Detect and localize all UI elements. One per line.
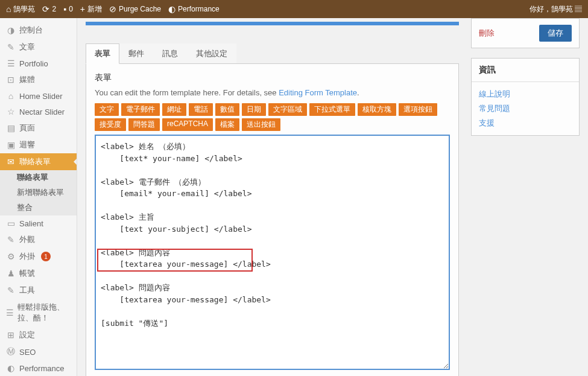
- tab[interactable]: 郵件: [119, 43, 153, 63]
- tag-button[interactable]: 電子郵件: [121, 103, 160, 116]
- sidebar-item-label: 帳號: [19, 268, 35, 279]
- new-link[interactable]: +新增: [80, 4, 102, 14]
- update-badge: 1: [41, 252, 51, 261]
- sidebar-item[interactable]: ◐Performance: [0, 360, 77, 376]
- menu-icon: ✎: [6, 235, 16, 244]
- sidebar-item-label: 聯絡表單: [19, 156, 51, 167]
- sidebar-item-label: 輕鬆排版拖、拉、酷！: [17, 302, 71, 323]
- sidebar-item[interactable]: ✎外觀: [0, 231, 77, 248]
- delete-link[interactable]: 刪除: [479, 28, 495, 39]
- comments-link[interactable]: ▪0: [63, 4, 73, 14]
- menu-icon: ◐: [6, 363, 16, 373]
- sidebar-item[interactable]: ✎文章: [0, 39, 77, 56]
- plus-icon: +: [80, 4, 85, 14]
- sidebar-sub-item[interactable]: 整合: [0, 200, 77, 215]
- menu-icon: ⚙: [6, 252, 16, 261]
- sidebar-item[interactable]: ⌂Home Slider: [0, 88, 77, 104]
- tag-button[interactable]: 問答題: [128, 118, 160, 131]
- sidebar-item[interactable]: ✎工具: [0, 282, 77, 299]
- sidebar-item-label: 控制台: [19, 25, 43, 36]
- menu-icon: ▣: [6, 140, 16, 150]
- home-icon: ⌂: [6, 4, 11, 14]
- info-link[interactable]: 支援: [479, 116, 572, 130]
- sidebar-item[interactable]: ☰輕鬆排版拖、拉、酷！: [0, 299, 77, 327]
- sidebar-item[interactable]: ⊞設定: [0, 327, 77, 343]
- tag-button[interactable]: 接受度: [95, 118, 126, 131]
- menu-icon: ☆: [6, 107, 16, 116]
- greeting-link[interactable]: 你好，鵠學苑 ▤: [530, 4, 582, 14]
- menu-icon: ✉: [6, 157, 16, 167]
- menu-icon: ▭: [6, 218, 16, 228]
- tag-button[interactable]: 數值: [215, 103, 239, 116]
- admin-toolbar: ⌂鵠學苑 ⟳2 ▪0 +新增 ⊘Purge Cache ◐Performance…: [0, 0, 588, 18]
- info-link[interactable]: 常見問題: [479, 101, 572, 116]
- tab[interactable]: 訊息: [153, 43, 187, 63]
- sidebar-item-label: Portfolio: [19, 59, 48, 68]
- info-title: 資訊: [472, 59, 579, 82]
- sidebar-item-label: SEO: [19, 348, 36, 357]
- sidebar-item[interactable]: ▭Salient: [0, 215, 77, 231]
- admin-sidebar: ◑控制台✎文章☰Portfolio⊡媒體⌂Home Slider☆Nectar …: [0, 18, 77, 376]
- publish-box: 刪除 儲存: [471, 18, 580, 48]
- info-link[interactable]: 線上說明: [479, 87, 572, 101]
- form-tabs: 表單郵件訊息其他設定: [86, 43, 459, 64]
- tag-button[interactable]: 網址: [162, 103, 186, 116]
- sidebar-item-label: 外觀: [19, 234, 35, 245]
- menu-icon: ✎: [6, 42, 16, 52]
- tag-button[interactable]: 文字: [95, 103, 119, 116]
- sidebar-item[interactable]: ▤頁面: [0, 119, 77, 136]
- panel-heading: 表單: [95, 72, 450, 83]
- form-panel: 表單 You can edit the form template here. …: [86, 64, 459, 376]
- sidebar-sub-item[interactable]: 新增聯絡表單: [0, 185, 77, 200]
- editing-template-link[interactable]: Editing Form Template: [279, 88, 357, 97]
- sidebar-item-label: 迴響: [19, 139, 35, 150]
- sidebar-sub-item[interactable]: 聯絡表單: [0, 170, 77, 185]
- gauge-icon: ◐: [168, 4, 175, 14]
- trash-icon: ⊘: [109, 4, 116, 14]
- menu-icon: ⌂: [6, 91, 16, 101]
- performance-link[interactable]: ◐Performance: [168, 4, 220, 14]
- tab[interactable]: 其他設定: [187, 43, 236, 63]
- menu-icon: ▤: [6, 123, 16, 133]
- menu-icon: ♟: [6, 269, 16, 278]
- tag-button[interactable]: reCAPTCHA: [162, 118, 213, 131]
- save-button[interactable]: 儲存: [539, 25, 572, 42]
- sidebar-item[interactable]: ◑控制台: [0, 22, 77, 39]
- tag-button[interactable]: 日期: [242, 103, 266, 116]
- sidebar-item-label: Performance: [19, 364, 64, 373]
- sidebar-item-label: 媒體: [19, 74, 35, 85]
- menu-icon: ✎: [6, 285, 16, 295]
- tag-button[interactable]: 選項按鈕: [399, 103, 437, 116]
- sidebar-item[interactable]: ☆Nectar Slider: [0, 104, 77, 119]
- sidebar-item[interactable]: ⚙外掛1: [0, 248, 77, 265]
- tag-generator: 文字電子郵件網址電話數值日期文字區域下拉式選單核取方塊選項按鈕接受度問答題reC…: [95, 103, 450, 131]
- site-link[interactable]: ⌂鵠學苑: [6, 4, 35, 14]
- tag-button[interactable]: 檔案: [215, 118, 239, 131]
- tag-button[interactable]: 核取方塊: [358, 103, 396, 116]
- sidebar-item-label: 頁面: [19, 123, 35, 133]
- tag-button[interactable]: 電話: [189, 103, 213, 116]
- refresh-icon: ⟳: [42, 4, 49, 14]
- purge-cache-link[interactable]: ⊘Purge Cache: [109, 4, 161, 14]
- form-template-editor[interactable]: [95, 135, 450, 370]
- menu-icon: ⊡: [6, 75, 16, 84]
- sidebar-item-label: Nectar Slider: [19, 107, 65, 116]
- sidebar-item[interactable]: ♟帳號: [0, 265, 77, 282]
- updates-link[interactable]: ⟳2: [42, 4, 56, 14]
- sidebar-item[interactable]: ⊡媒體: [0, 71, 77, 88]
- tag-button[interactable]: 文字區域: [268, 103, 307, 116]
- sidebar-item-label: Home Slider: [19, 92, 63, 101]
- sidebar-item[interactable]: ⓂSEO: [0, 343, 77, 360]
- info-box: 資訊 線上說明常見問題支援: [471, 58, 580, 136]
- comment-icon: ▪: [63, 4, 66, 14]
- sidebar-item-label: 文章: [19, 42, 35, 53]
- tag-button[interactable]: 下拉式選單: [309, 103, 355, 116]
- sidebar-item-label: 設定: [19, 330, 35, 340]
- sidebar-item[interactable]: ☰Portfolio: [0, 56, 77, 71]
- tag-button[interactable]: 送出按鈕: [242, 118, 280, 131]
- sidebar-item[interactable]: ✉聯絡表單: [0, 153, 77, 170]
- menu-icon: ◑: [6, 25, 16, 35]
- tab[interactable]: 表單: [86, 43, 119, 64]
- sidebar-item-label: Salient: [19, 219, 43, 228]
- sidebar-item[interactable]: ▣迴響: [0, 136, 77, 153]
